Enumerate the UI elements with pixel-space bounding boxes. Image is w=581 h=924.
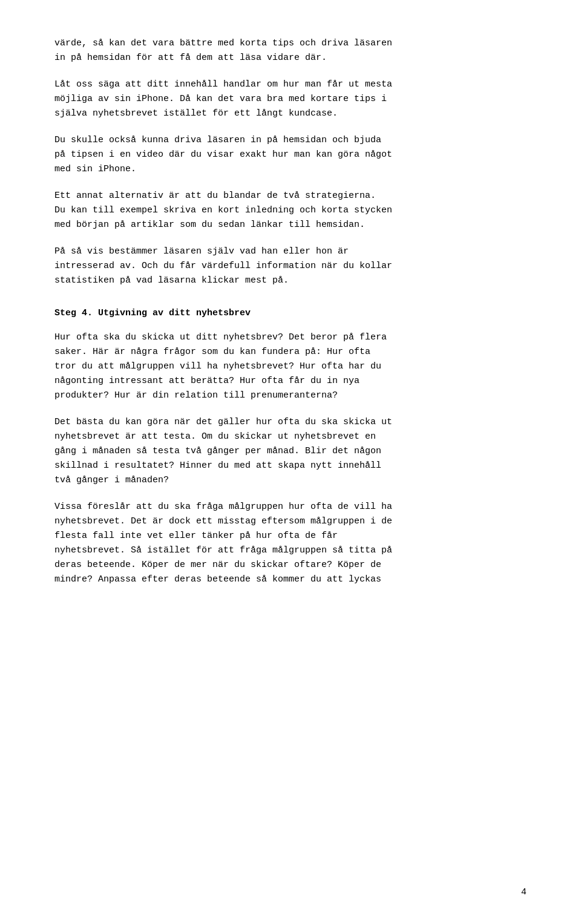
page: värde, så kan det vara bättre med korta … xyxy=(0,0,581,924)
paragraph-5: På så vis bestämmer läsaren själv vad ha… xyxy=(54,244,527,288)
paragraph-8: Vissa föreslår att du ska fråga målgrupp… xyxy=(54,500,527,587)
paragraph-7: Det bästa du kan göra när det gäller hur… xyxy=(54,415,527,488)
paragraph-2: Låt oss säga att ditt innehåll handlar o… xyxy=(54,77,527,121)
paragraph-4: Ett annat alternativ är att du blandar d… xyxy=(54,189,527,232)
heading-step4: Steg 4. Utgivning av ditt nyhetsbrev xyxy=(54,306,527,321)
paragraph-3: Du skulle också kunna driva läsaren in p… xyxy=(54,133,527,177)
page-number: 4 xyxy=(521,885,527,900)
paragraph-1: värde, så kan det vara bättre med korta … xyxy=(54,36,527,65)
content-area: värde, så kan det vara bättre med korta … xyxy=(54,36,527,587)
paragraph-6: Hur ofta ska du skicka ut ditt nyhetsbre… xyxy=(54,330,527,403)
